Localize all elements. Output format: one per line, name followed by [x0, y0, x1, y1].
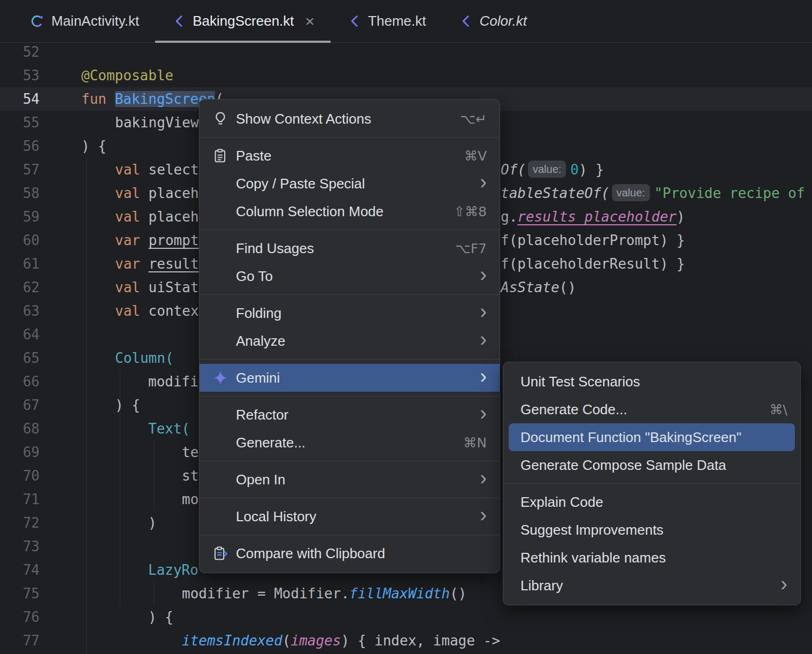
code-token: var	[115, 256, 140, 272]
menu-item-analyze[interactable]: Analyze›	[200, 327, 500, 355]
menu-item-generate-code[interactable]: Generate Code...⌘\	[503, 396, 800, 423]
code-token: val	[115, 185, 140, 201]
menu-item-compare-with-clipboard[interactable]: Compare with Clipboard	[200, 539, 500, 567]
tab-bakingscreen-kt[interactable]: BakingScreen.kt×	[155, 0, 331, 42]
kotlin-file-icon	[458, 14, 472, 28]
line-number[interactable]: 74	[0, 558, 40, 582]
shortcut-hint: ⇧⌘8	[454, 204, 487, 219]
menu-item-generate-compose-sample-data[interactable]: Generate Compose Sample Data	[503, 451, 800, 479]
code-text: bakingView	[115, 111, 199, 134]
menu-item-library[interactable]: Library›	[503, 572, 800, 599]
menu-item-label: Library	[520, 577, 563, 594]
line-number[interactable]: 62	[0, 276, 40, 299]
menu-item-document-function-bakingscreen[interactable]: Document Function "BakingScreen"	[509, 423, 795, 451]
line-number[interactable]: 52	[0, 40, 40, 64]
menu-item-local-history[interactable]: Local History›	[200, 503, 500, 530]
line-number[interactable]: 71	[0, 488, 40, 511]
compose-activity-icon	[30, 14, 44, 28]
code-line-52[interactable]: 52	[0, 40, 812, 64]
code-text: val uiStat	[115, 276, 199, 299]
code-token: f(placeholderResult) }	[501, 256, 685, 272]
tab-label: Color.kt	[479, 13, 527, 29]
code-text: ) {	[81, 134, 106, 158]
code-token: )	[148, 515, 157, 531]
code-token: contex	[140, 303, 199, 319]
menu-item-gemini[interactable]: Gemini›	[200, 364, 500, 392]
tab-theme-kt[interactable]: Theme.kt	[331, 0, 442, 42]
code-token: f(placeholderPrompt) }	[501, 232, 685, 248]
menu-item-copy-paste-special[interactable]: Copy / Paste Special›	[200, 170, 500, 197]
code-text: val placeh	[115, 205, 199, 229]
line-number[interactable]: 53	[0, 64, 40, 87]
line-number[interactable]: 61	[0, 252, 40, 276]
line-number[interactable]: 66	[0, 370, 40, 393]
code-text: LazyRo	[148, 558, 198, 582]
menu-item-show-context-actions[interactable]: Show Context Actions⌥↵	[200, 105, 500, 133]
code-line-53[interactable]: 53@Composable	[0, 64, 812, 87]
code-line-76[interactable]: 76) {	[0, 605, 812, 629]
menu-item-explain-code[interactable]: Explain Code	[503, 488, 800, 516]
code-text: mo	[182, 488, 198, 511]
menu-item-open-in[interactable]: Open In›	[200, 466, 500, 493]
line-number[interactable]: 65	[0, 346, 40, 370]
tab-mainactivity-kt[interactable]: MainActivity.kt	[14, 0, 155, 42]
line-number[interactable]: 56	[0, 134, 40, 158]
tab-color-kt[interactable]: Color.kt	[442, 0, 543, 42]
menu-item-generate[interactable]: Generate...⌘N	[200, 429, 500, 457]
line-number[interactable]: 75	[0, 582, 40, 605]
code-token: )	[677, 209, 685, 225]
line-number[interactable]: 64	[0, 323, 40, 346]
menu-item-refactor[interactable]: Refactor›	[200, 401, 500, 429]
chevron-right-icon: ›	[480, 366, 487, 386]
inlay-hint-value: value:	[528, 161, 566, 178]
code-text-right-fragment: f(placeholderResult) }	[501, 252, 685, 276]
line-number[interactable]: 69	[0, 440, 40, 464]
code-token: results_placeholder	[517, 209, 676, 225]
menu-item-folding[interactable]: Folding›	[200, 299, 500, 327]
shortcut-hint: ⌥F7	[455, 241, 487, 256]
line-number[interactable]: 73	[0, 535, 40, 558]
code-token: fillMaxWidth	[349, 585, 450, 602]
chevron-right-icon: ›	[480, 329, 487, 349]
line-number[interactable]: 77	[0, 629, 40, 652]
line-number[interactable]: 70	[0, 464, 40, 488]
code-token: st	[182, 468, 198, 484]
menu-item-rethink-variable-names[interactable]: Rethink variable names	[503, 544, 800, 572]
line-number[interactable]: 57	[0, 158, 40, 181]
close-icon[interactable]: ×	[305, 13, 315, 29]
code-token: ) {	[148, 609, 173, 625]
menu-item-label: Go To	[236, 268, 273, 285]
menu-item-suggest-improvements[interactable]: Suggest Improvements	[503, 516, 800, 544]
code-token: itemsIndexed	[182, 633, 282, 649]
code-token: placeh	[140, 209, 199, 225]
line-number[interactable]: 55	[0, 111, 40, 134]
code-token: (	[282, 633, 291, 649]
line-number[interactable]: 72	[0, 511, 40, 535]
code-token: val	[115, 303, 140, 319]
code-token: uiStat	[140, 279, 199, 295]
line-number[interactable]: 63	[0, 299, 40, 323]
line-number[interactable]: 68	[0, 417, 40, 440]
code-token: ) }	[579, 162, 604, 178]
menu-item-column-selection-mode[interactable]: Column Selection Mode⇧⌘8	[200, 197, 500, 225]
line-number[interactable]: 59	[0, 205, 40, 229]
menu-item-paste[interactable]: Paste⌘V	[200, 142, 500, 170]
code-token: modifi	[148, 374, 198, 390]
code-line-77[interactable]: 77itemsIndexed(images) { index, image ->	[0, 629, 812, 652]
line-number[interactable]: 54	[0, 87, 40, 111]
menu-item-find-usages[interactable]: Find Usages⌥F7	[200, 234, 500, 262]
menu-item-unit-test-scenarios[interactable]: Unit Test Scenarios	[503, 368, 800, 396]
code-token: ()	[450, 585, 466, 602]
line-number[interactable]: 58	[0, 181, 40, 205]
code-token: images	[291, 633, 341, 649]
code-token: Text(	[148, 421, 190, 437]
line-number[interactable]: 67	[0, 393, 40, 417]
code-token: fun	[81, 91, 106, 107]
code-token: var	[115, 232, 140, 248]
line-number[interactable]: 76	[0, 605, 40, 629]
code-token: modifier = Modifier.	[182, 585, 349, 602]
line-number[interactable]: 60	[0, 229, 40, 252]
menu-item-go-to[interactable]: Go To›	[200, 262, 500, 290]
menu-separator	[200, 461, 500, 461]
code-token: val	[115, 209, 140, 225]
